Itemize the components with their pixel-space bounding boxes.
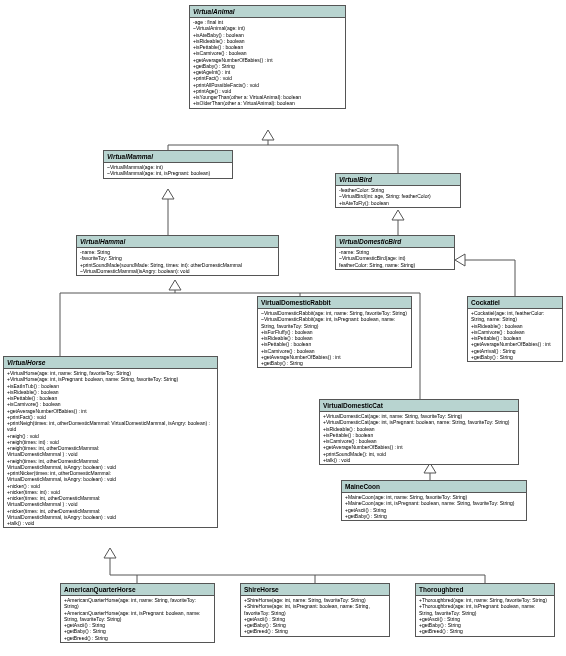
class-title: AmericanQuarterHorse — [61, 584, 214, 596]
class-title: VirtualDomesticRabbit — [258, 297, 411, 309]
class-members: ~VirtualDomesticRabbit(age: int, name: S… — [258, 309, 411, 367]
svg-marker-7 — [392, 210, 404, 220]
class-virtualhorse: VirtualHorse+VirtualHorse(age: int, name… — [3, 356, 218, 528]
class-members: -name: String -favoriteToy: String +prin… — [77, 248, 278, 275]
svg-marker-9 — [455, 254, 465, 266]
class-title: VirtualMammal — [104, 151, 232, 163]
class-title: VirtualHammal — [77, 236, 278, 248]
svg-marker-20 — [104, 548, 116, 558]
class-members: +VirtualDomesticCat(age: int, name: Stri… — [320, 412, 518, 464]
class-members: -age : final int ~VirtualAnimal(age: int… — [190, 18, 345, 108]
class-title: VirtualHorse — [4, 357, 217, 369]
class-title: VirtualAnimal — [190, 6, 345, 18]
class-mainecoon: MaineCoon+MaineCoon(age: int, name: Stri… — [341, 480, 527, 521]
class-members: -name: String ~VirtualDomesticBird(age: … — [336, 248, 454, 269]
class-virtualhammal: VirtualHammal-name: String -favoriteToy:… — [76, 235, 279, 276]
class-shirehorse: ShireHorse+ShireHorse(age: int, name: St… — [240, 583, 390, 637]
class-title: VirtualDomesticCat — [320, 400, 518, 412]
class-virtualdomesticrabbit: VirtualDomesticRabbit~VirtualDomesticRab… — [257, 296, 412, 368]
class-thoroughbred: Thoroughbred+Thoroughbred(age: int, name… — [415, 583, 555, 637]
svg-marker-5 — [162, 189, 174, 199]
class-members: +AmericanQuarterHorse(age: int, name: St… — [61, 596, 214, 642]
class-title: Cockatiel — [468, 297, 562, 309]
class-virtualdomesticbird: VirtualDomesticBird-name: String ~Virtua… — [335, 235, 455, 270]
class-americanquarterhorse: AmericanQuarterHorse+AmericanQuarterHors… — [60, 583, 215, 643]
class-title: VirtualDomesticBird — [336, 236, 454, 248]
class-title: MaineCoon — [342, 481, 526, 493]
class-virtualdomesticcat: VirtualDomesticCat+VirtualDomesticCat(ag… — [319, 399, 519, 465]
class-title: VirtualBird — [336, 174, 460, 186]
class-members: +MaineCoon(age: int, name: String, favor… — [342, 493, 526, 520]
class-members: +ShireHorse(age: int, name: String, favo… — [241, 596, 389, 636]
class-members: +VirtualHorse(age: int, name: String, fa… — [4, 369, 217, 527]
class-cockatiel: Cockatiel+Cockatiel(age: int, featherCol… — [467, 296, 563, 362]
svg-marker-12 — [169, 280, 181, 290]
class-title: ShireHorse — [241, 584, 389, 596]
class-title: Thoroughbred — [416, 584, 554, 596]
class-members: +Cockatiel(age: int, featherColor: Strin… — [468, 309, 562, 361]
class-members: +Thoroughbred(age: int, name: String, fa… — [416, 596, 554, 636]
svg-marker-0 — [262, 130, 274, 140]
class-members: -featherColor: String ~VirtualBird(int: … — [336, 186, 460, 207]
class-members: ~VirtualMammal(age: int) ~VirtualMammal(… — [104, 163, 232, 178]
class-virtualanimal: VirtualAnimal-age : final int ~VirtualAn… — [189, 5, 346, 109]
class-virtualmammal: VirtualMammal~VirtualMammal(age: int) ~V… — [103, 150, 233, 179]
class-virtualbird: VirtualBird-featherColor: String ~Virtua… — [335, 173, 461, 208]
